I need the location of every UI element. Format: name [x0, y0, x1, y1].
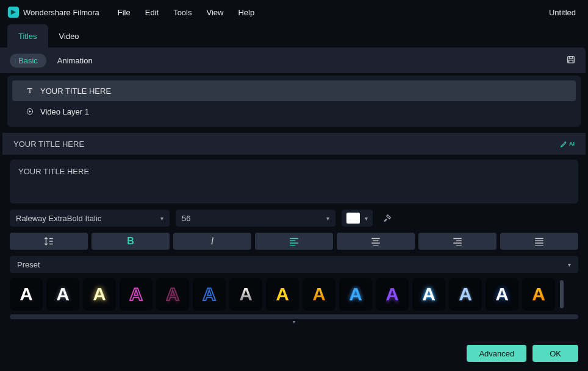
preset-thumb-15[interactable]: A	[522, 278, 555, 311]
subtab-row: Basic Animation	[0, 48, 586, 73]
title-text-input[interactable]: YOUR TITLE HERE	[10, 160, 578, 203]
text-area-wrap: YOUR TITLE HERE	[0, 155, 588, 203]
preset-vertical-scrollbar[interactable]	[560, 280, 564, 308]
text-layer-icon	[26, 87, 34, 95]
preset-select[interactable]: Preset ▾	[10, 256, 578, 273]
top-tabs: Titles Video	[0, 24, 588, 48]
preset-thumb-4[interactable]: A	[120, 278, 152, 311]
menu-file[interactable]: File	[118, 8, 131, 17]
preset-thumb-1[interactable]: A	[10, 278, 43, 311]
project-title: Untitled	[549, 8, 576, 17]
menu-tools[interactable]: Tools	[173, 8, 192, 17]
align-left-button[interactable]	[255, 233, 333, 250]
preset-thumb-10[interactable]: A	[339, 278, 372, 311]
chevron-down-icon: ▾	[160, 215, 163, 222]
preset-thumb-13[interactable]: A	[449, 278, 482, 311]
font-size-value: 56	[182, 214, 190, 223]
align-right-button[interactable]	[418, 233, 497, 250]
app-logo-icon	[7, 6, 20, 18]
layer-video-label: Video Layer 1	[40, 107, 89, 116]
bold-button[interactable]: B	[91, 233, 170, 250]
hscroll-wrap	[0, 311, 588, 319]
align-justify-button[interactable]	[500, 233, 578, 250]
menu-help[interactable]: Help	[238, 8, 254, 17]
preset-thumb-2[interactable]: A	[46, 278, 79, 311]
app-title: Wondershare Filmora	[23, 8, 99, 17]
save-preset-icon[interactable]	[566, 55, 576, 66]
format-tool-row: B I	[0, 227, 588, 250]
section-header-label: YOUR TITLE HERE	[13, 140, 84, 149]
preset-horizontal-scrollbar[interactable]	[10, 314, 578, 319]
subtab-basic[interactable]: Basic	[10, 54, 46, 68]
eyedropper-icon[interactable]	[379, 210, 396, 227]
font-color-select[interactable]: ▾	[342, 210, 373, 227]
subtab-animation[interactable]: Animation	[57, 56, 93, 65]
font-controls-row: Raleway ExtraBold Italic ▾ 56 ▾ ▾	[0, 203, 588, 227]
menu-edit[interactable]: Edit	[145, 8, 159, 17]
chevron-down-icon: ▾	[568, 261, 571, 268]
color-swatch	[346, 213, 360, 224]
preset-thumb-5[interactable]: A	[156, 278, 189, 311]
preset-thumb-14[interactable]: A	[486, 278, 518, 311]
ok-button[interactable]: OK	[532, 345, 578, 362]
preset-thumbnails: A A A A A A A A A A A A A A A	[0, 273, 588, 311]
preset-thumb-6[interactable]: A	[193, 278, 226, 311]
preset-thumb-7[interactable]: A	[229, 278, 262, 311]
video-layer-icon	[26, 107, 34, 116]
font-size-select[interactable]: 56 ▾	[176, 210, 335, 227]
ai-edit-icon[interactable]: AI	[560, 140, 575, 148]
svg-rect-3	[569, 60, 573, 63]
preset-thumb-11[interactable]: A	[376, 278, 409, 311]
chevron-down-icon: ▾	[365, 215, 368, 222]
font-family-value: Raleway ExtraBold Italic	[16, 214, 101, 223]
tab-titles[interactable]: Titles	[7, 24, 48, 48]
layer-title-row[interactable]: YOUR TITLE HERE	[12, 80, 576, 101]
font-family-select[interactable]: Raleway ExtraBold Italic ▾	[10, 210, 170, 227]
footer: Advanced OK	[0, 342, 588, 371]
menu-items: File Edit Tools View Help	[118, 8, 254, 17]
layer-title-label: YOUR TITLE HERE	[40, 87, 111, 96]
preset-label: Preset	[17, 260, 40, 269]
svg-rect-2	[569, 56, 572, 58]
layer-video-row[interactable]: Video Layer 1	[12, 101, 576, 122]
preset-thumb-12[interactable]: A	[412, 278, 445, 311]
menu-view[interactable]: View	[206, 8, 223, 17]
preset-thumb-9[interactable]: A	[303, 278, 335, 311]
menu-bar: Wondershare Filmora File Edit Tools View…	[0, 0, 588, 24]
line-spacing-button[interactable]	[10, 233, 88, 250]
section-header: YOUR TITLE HERE AI	[2, 133, 586, 155]
preset-thumb-3[interactable]: A	[83, 278, 116, 311]
layers-panel: YOUR TITLE HERE Video Layer 1	[7, 76, 581, 127]
chevron-down-icon: ▾	[326, 215, 329, 222]
align-center-button[interactable]	[337, 233, 415, 250]
italic-button[interactable]: I	[173, 233, 251, 250]
advanced-button[interactable]: Advanced	[467, 345, 526, 362]
preset-thumb-8[interactable]: A	[266, 278, 299, 311]
tab-video[interactable]: Video	[48, 24, 90, 48]
preset-row: Preset ▾	[0, 250, 588, 273]
